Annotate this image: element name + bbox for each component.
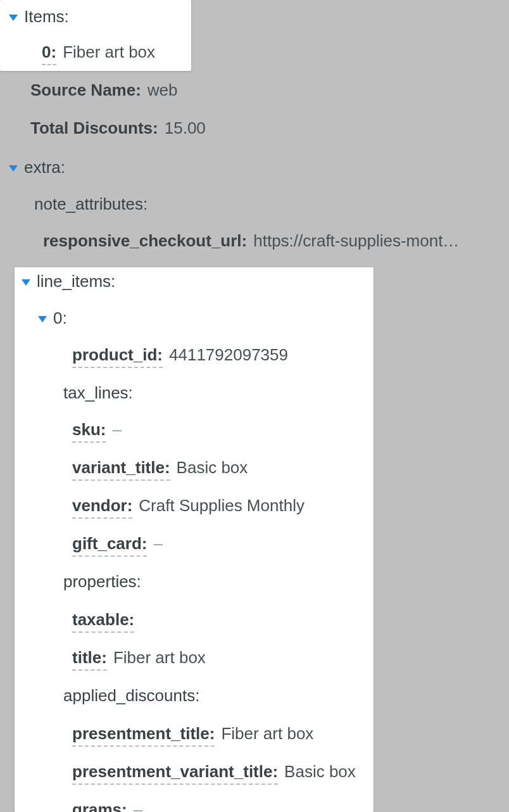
variant-title-label[interactable]: variant_title:: [72, 457, 170, 481]
grams-value: –: [134, 799, 142, 812]
source-name-value: web: [148, 80, 178, 101]
caret-down-icon[interactable]: [22, 279, 30, 286]
items-0-value: Fiber art box: [63, 42, 155, 63]
caret-down-icon[interactable]: [9, 165, 18, 172]
sku-label[interactable]: sku:: [72, 419, 106, 443]
line-item-0-index[interactable]: 0:: [53, 308, 67, 329]
gift-card-value: –: [153, 533, 162, 555]
source-name-label[interactable]: Source Name:: [30, 80, 141, 103]
presentment-variant-title-value: Basic box: [284, 761, 356, 783]
applied-discounts-label[interactable]: applied_discounts:: [63, 685, 199, 707]
note-attributes-label[interactable]: note_attributes:: [34, 194, 148, 215]
extra-label[interactable]: extra:: [24, 157, 65, 179]
caret-down-icon[interactable]: [9, 15, 18, 21]
title-label[interactable]: title:: [72, 647, 107, 671]
items-0-index[interactable]: 0:: [42, 42, 56, 65]
vendor-value: Craft Supplies Monthly: [139, 495, 305, 517]
total-discounts-label[interactable]: Total Discounts:: [30, 118, 158, 141]
line-items-label[interactable]: line_items:: [37, 271, 115, 293]
properties-label[interactable]: properties:: [63, 571, 141, 593]
sku-value: –: [112, 419, 121, 441]
gift-card-label[interactable]: gift_card:: [72, 533, 147, 557]
title-value: Fiber art box: [113, 647, 206, 669]
tax-lines-label[interactable]: tax_lines:: [63, 383, 133, 404]
caret-down-icon[interactable]: [38, 316, 47, 322]
product-id-value: 4411792097359: [169, 345, 288, 366]
presentment-title-label[interactable]: presentment_title:: [72, 723, 215, 747]
variant-title-value: Basic box: [177, 457, 248, 479]
total-discounts-value: 15.00: [165, 118, 206, 139]
taxable-label[interactable]: taxable:: [72, 609, 134, 633]
responsive-checkout-url-label[interactable]: responsive_checkout_url:: [43, 231, 247, 254]
vendor-label[interactable]: vendor:: [72, 495, 132, 519]
responsive-checkout-url-value: https://craft-supplies-mont…: [253, 231, 459, 252]
grams-label[interactable]: grams:: [72, 799, 127, 812]
presentment-title-value: Fiber art box: [221, 723, 313, 745]
items-label[interactable]: Items:: [24, 6, 69, 28]
product-id-label[interactable]: product_id:: [72, 345, 163, 368]
presentment-variant-title-label[interactable]: presentment_variant_title:: [72, 761, 278, 785]
